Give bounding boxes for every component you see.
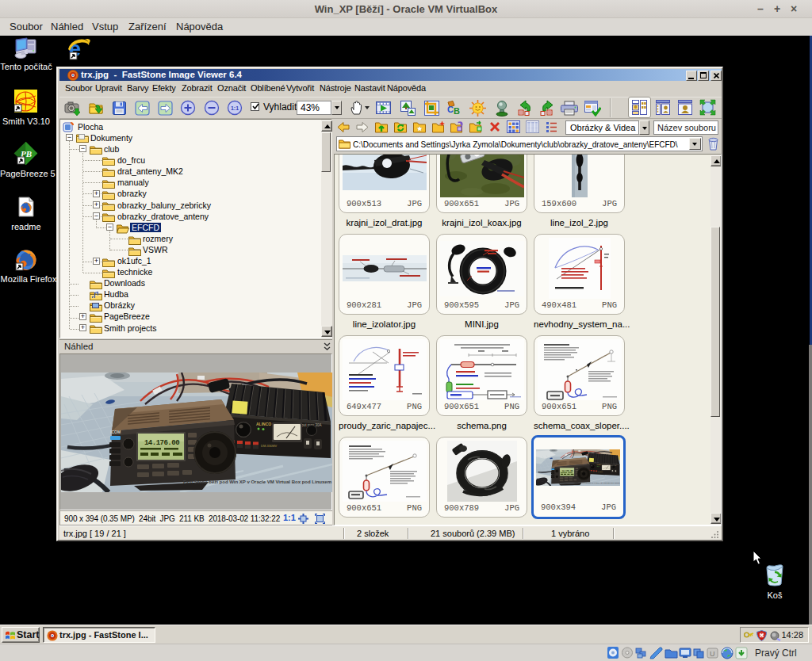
svg-text:B: B bbox=[454, 106, 460, 116]
svg-text:C: C bbox=[447, 105, 454, 114]
svg-text:1:1: 1:1 bbox=[231, 105, 239, 111]
svg-text:U: U bbox=[710, 650, 715, 658]
